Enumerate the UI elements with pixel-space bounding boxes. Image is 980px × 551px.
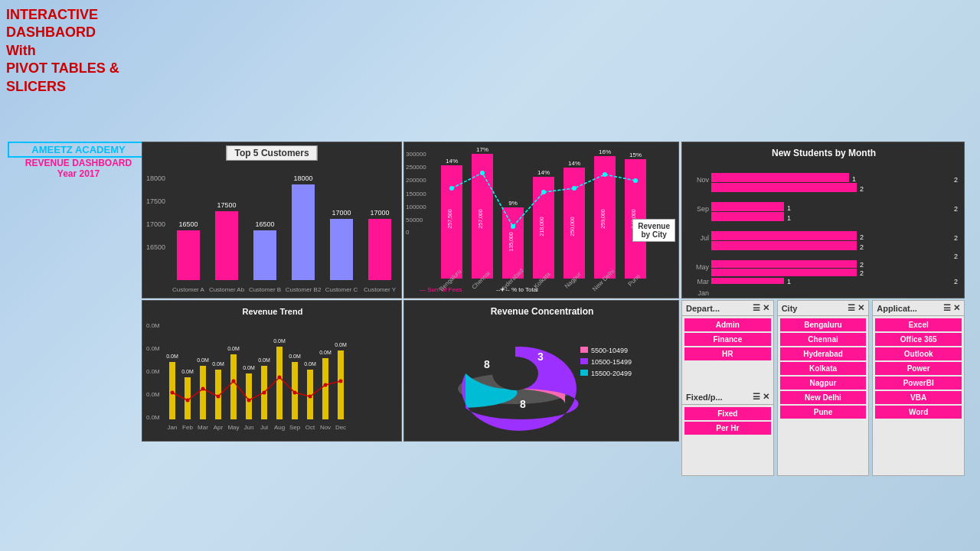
svg-text:15%: 15% [629, 152, 642, 158]
city-items: Bengaluru Chennai Hyderabad Kolkata Nagp… [778, 316, 869, 475]
students-chart: New Students by Month Nov 1 2 Sep 1 1 Ju… [681, 142, 965, 298]
city-chennai[interactable]: Chennai [780, 333, 867, 346]
svg-text:Revenue Trend: Revenue Trend [243, 307, 303, 316]
svg-rect-85 [246, 373, 252, 419]
city-kolkata[interactable]: Kolkata [780, 362, 867, 375]
app-powerbi[interactable]: PowerBI [875, 377, 962, 390]
svg-text:18000: 18000 [146, 174, 165, 182]
svg-text:10500-15499: 10500-15499 [591, 358, 632, 366]
app-clear-icon[interactable]: ✕ [953, 303, 960, 313]
city-bengaluru[interactable]: Bengaluru [780, 318, 867, 331]
svg-text:100000: 100000 [406, 204, 426, 210]
bar-jul-2 [711, 241, 857, 250]
app-excel[interactable]: Excel [875, 318, 962, 331]
svg-point-106 [201, 387, 205, 391]
svg-text:0.0M: 0.0M [258, 357, 270, 363]
app-office365[interactable]: Office 365 [875, 333, 962, 346]
clear-filter-icon-2[interactable]: ✕ [763, 392, 769, 402]
svg-text:0.0M: 0.0M [212, 361, 224, 367]
fixed-slicer-title: Fixed/p... [686, 393, 723, 402]
svg-text:2: 2 [954, 234, 958, 242]
svg-text:8: 8 [520, 398, 526, 410]
svg-text:2: 2 [860, 185, 864, 193]
bar-sep-1 [711, 202, 784, 211]
app-filter-icon[interactable]: ☰ [943, 303, 951, 313]
filter-icon[interactable]: ☰ [753, 303, 760, 313]
dept-finance[interactable]: Finance [684, 333, 771, 346]
svg-text:16500: 16500 [178, 220, 198, 228]
city-pune[interactable]: Pune [780, 406, 867, 419]
svg-text:218,000: 218,000 [539, 217, 544, 236]
filter-icon-2[interactable]: ☰ [753, 392, 760, 402]
svg-text:Mar: Mar [198, 424, 208, 431]
city-clear-icon[interactable]: ✕ [858, 303, 864, 313]
subtitle-area: AMEETZ ACADEMY REVENUE DASHBOARD Year 20… [8, 142, 149, 179]
svg-text:9%: 9% [508, 200, 518, 207]
svg-text:15500-20499: 15500-20499 [591, 370, 632, 377]
department-slicer: Depart... ☰ ✕ Admin Finance HR Fixed/p..… [681, 300, 774, 476]
svg-text:2: 2 [860, 233, 864, 241]
revenue-label: REVENUE DASHBOARD [8, 158, 149, 168]
svg-text:Customer B: Customer B [249, 286, 281, 293]
svg-text:Sep: Sep [697, 205, 709, 213]
slicer-icons: ☰ ✕ [753, 303, 769, 313]
svg-text:1: 1 [787, 278, 791, 285]
svg-point-115 [339, 380, 343, 383]
svg-text:May: May [696, 263, 710, 271]
svg-text:Nov: Nov [320, 424, 331, 431]
app-power[interactable]: Power [875, 362, 962, 375]
svg-text:14%: 14% [568, 160, 580, 167]
clear-filter-icon[interactable]: ✕ [763, 303, 769, 313]
app-vba[interactable]: VBA [875, 391, 962, 404]
svg-point-114 [324, 383, 328, 387]
bar-sep-2 [711, 212, 784, 221]
svg-text:250000: 250000 [406, 164, 426, 171]
svg-text:17500: 17500 [217, 201, 236, 209]
revenue-line [172, 377, 341, 400]
svg-text:14%: 14% [446, 158, 458, 165]
fixed-fixed[interactable]: Fixed [684, 407, 771, 420]
concentration-svg: Revenue Concentration 8 3 8 5500-10499 1… [404, 301, 680, 442]
svg-text:257,500: 257,500 [447, 209, 452, 228]
dept-admin[interactable]: Admin [684, 318, 771, 331]
city-hyderabad[interactable]: Hyderabad [780, 347, 867, 360]
svg-text:0: 0 [406, 229, 410, 236]
svg-text:Nov: Nov [697, 176, 710, 184]
dept-hr[interactable]: HR [684, 347, 771, 360]
svg-text:200000: 200000 [406, 177, 426, 184]
city-nagpur[interactable]: Nagpur [780, 377, 867, 390]
svg-text:3: 3 [537, 350, 544, 363]
department-items: Admin Finance HR [682, 316, 773, 386]
bar-customer-a [177, 230, 200, 280]
svg-text:Customer A: Customer A [172, 286, 204, 293]
city-slicer: City ☰ ✕ Bengaluru Chennai Hyderabad Kol… [777, 300, 870, 476]
svg-text:Revenue Concentration: Revenue Concentration [491, 306, 594, 317]
svg-text:0.0M: 0.0M [304, 361, 316, 367]
top5-svg: 18000 17500 17000 16500 16500 Customer A… [142, 142, 403, 299]
svg-text:Customer Y: Customer Y [364, 286, 397, 293]
app-slicer-header: Applicat... ☰ ✕ [873, 301, 964, 316]
svg-rect-87 [276, 347, 283, 419]
city-slicer-header: City ☰ ✕ [778, 301, 869, 316]
svg-text:14%: 14% [537, 169, 550, 176]
svg-text:0.0M: 0.0M [335, 342, 347, 347]
fixed-perhr[interactable]: Per Hr [684, 422, 771, 435]
svg-text:Customer C: Customer C [325, 286, 358, 293]
dashboard-area: Top 5 Customers 18000 17500 17000 16500 … [142, 142, 980, 509]
app-outlook[interactable]: Outlook [875, 347, 962, 360]
bar-customer-b2 [292, 184, 315, 280]
bar-jul-1 [711, 231, 857, 240]
svg-text:17000: 17000 [332, 209, 351, 217]
svg-text:135,000: 135,000 [508, 232, 514, 251]
title-line2: With [6, 43, 36, 58]
svg-text:May: May [227, 424, 239, 431]
svg-text:8: 8 [484, 358, 490, 370]
bar-nov-1 [711, 173, 849, 182]
city-newdelhi[interactable]: New Delhi [780, 391, 867, 404]
svg-text:0.0M: 0.0M [243, 365, 255, 370]
title-line4: SLICERS [6, 79, 66, 94]
city-filter-icon[interactable]: ☰ [848, 303, 855, 313]
app-word[interactable]: Word [875, 406, 962, 419]
svg-text:Mar: Mar [697, 278, 710, 285]
svg-text:0.0M: 0.0M [166, 354, 178, 359]
